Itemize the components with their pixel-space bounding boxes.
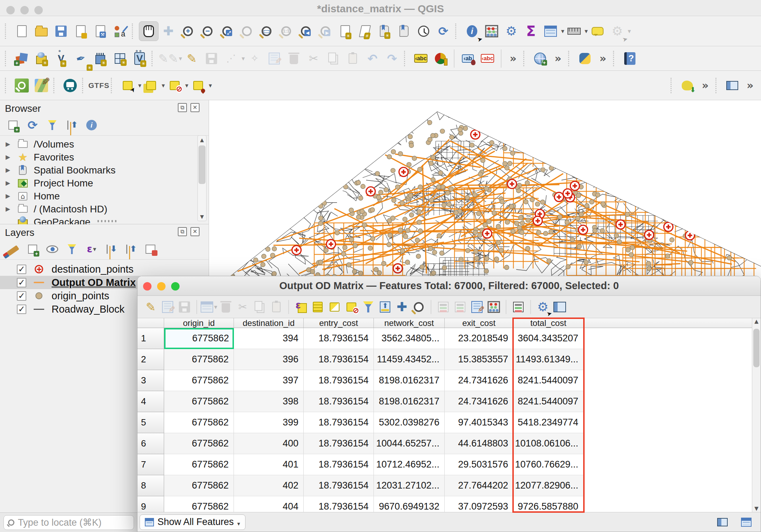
open-project-icon[interactable]: [32, 21, 51, 41]
measure-dropdown[interactable]: ▾: [585, 28, 588, 34]
layer-visibility-checkbox[interactable]: ✓: [17, 265, 26, 274]
cell-entry_cost[interactable]: 18.7936154: [304, 328, 374, 349]
quickosm-overflow-chevron[interactable]: »: [697, 77, 713, 94]
disclosure-arrow-icon[interactable]: ▶: [6, 141, 12, 147]
browser-item-volumes[interactable]: ▶/Volumes: [0, 138, 209, 151]
zoom-to-selection-icon[interactable]: [410, 299, 427, 315]
browser-item-macintosh-hd[interactable]: ▶/ (Macintosh HD): [0, 203, 209, 216]
quickosm-map-edit-icon[interactable]: [32, 76, 51, 95]
transit-tools-icon[interactable]: [60, 76, 80, 95]
layer-visibility-checkbox[interactable]: ✓: [17, 305, 26, 314]
panels-overflow-chevron[interactable]: »: [742, 77, 758, 94]
column-header-network_cost[interactable]: network_cost: [374, 318, 445, 328]
pin-labels-icon[interactable]: ‹ab: [458, 49, 478, 68]
cell-total_cost[interactable]: 9726.5857880: [513, 496, 584, 512]
manage-visibility-icon[interactable]: [46, 243, 59, 256]
layer-item-destination-points[interactable]: ✓destination_points: [0, 262, 209, 276]
new-print-layout-icon[interactable]: [71, 21, 90, 41]
cell-total_cost[interactable]: 10760.76629...: [513, 454, 584, 475]
quickosm-download-icon[interactable]: [678, 76, 697, 95]
cell-origin_id[interactable]: 6775862: [164, 328, 234, 349]
multiedit-icon[interactable]: [159, 299, 176, 315]
attribute-table-scrollbar[interactable]: ▲ ▼: [752, 318, 761, 512]
column-header-origin_id[interactable]: origin_id: [164, 318, 234, 328]
toolbar-handle[interactable]: [132, 23, 135, 39]
digitize-dropdown[interactable]: ▾: [242, 55, 245, 62]
cell-total_cost[interactable]: 3604.3435207: [513, 328, 584, 349]
remove-layer-icon[interactable]: [144, 243, 157, 256]
cell-destination_id[interactable]: 404: [234, 496, 304, 512]
attribute-table-dropdown[interactable]: ▾: [561, 28, 564, 34]
zoom-native-icon[interactable]: 1:1: [276, 21, 296, 41]
cell-network_cost[interactable]: 8198.0162317: [374, 391, 445, 412]
toolbar-handle[interactable]: [151, 51, 155, 66]
deselect-features-icon[interactable]: [165, 76, 184, 95]
toolbar-handle[interactable]: [82, 78, 86, 93]
cell-total_cost[interactable]: 12077.82906...: [513, 475, 584, 496]
layers-float-icon[interactable]: ⧉: [178, 227, 187, 236]
scroll-up-icon[interactable]: ▲: [198, 136, 206, 144]
attribute-window-titlebar[interactable]: Output OD Matrix — Features Total: 67000…: [137, 276, 761, 296]
browser-item-home[interactable]: ▶⌂Home: [0, 190, 209, 203]
conditional-formatting-icon[interactable]: [485, 299, 502, 315]
cell-origin_id[interactable]: 6775862: [164, 370, 234, 391]
labeling-icon[interactable]: ‹abc: [411, 49, 431, 68]
multiedit-view-icon[interactable]: [510, 299, 527, 315]
add-web-service-icon[interactable]: +: [530, 49, 550, 68]
identify-features-icon[interactable]: i➤: [462, 21, 482, 41]
new-shapefile-icon[interactable]: V✳: [51, 49, 71, 68]
cell-network_cost[interactable]: 12031.27102...: [374, 475, 445, 496]
collapse-all-icon[interactable]: [65, 118, 79, 132]
cell-network_cost[interactable]: 8198.0162317: [374, 370, 445, 391]
scroll-thumb[interactable]: [753, 329, 760, 367]
add-layer-icon[interactable]: [6, 118, 20, 132]
cell-network_cost[interactable]: 10044.65257...: [374, 433, 445, 454]
panel-splitter-handle[interactable]: [97, 220, 119, 222]
toolbar-handle[interactable]: [5, 51, 8, 66]
data-source-manager-icon[interactable]: +: [12, 49, 32, 68]
cell-destination_id[interactable]: 398: [234, 391, 304, 412]
new-virtual-layer-icon[interactable]: ✳: [110, 49, 130, 68]
new-spatial-bookmark-icon[interactable]: ✳: [375, 21, 394, 41]
select-by-form-dropdown[interactable]: ▾: [162, 82, 165, 89]
cell-origin_id[interactable]: 6775862: [164, 433, 234, 454]
cell-entry_cost[interactable]: 18.7936154: [304, 496, 374, 512]
panels-icon[interactable]: [722, 76, 742, 95]
layers-close-icon[interactable]: ✕: [190, 227, 200, 236]
row-number-cell[interactable]: 3: [137, 370, 164, 391]
cell-network_cost[interactable]: 11459.43452...: [374, 349, 445, 370]
new-gpx-layer-icon[interactable]: ✒✳: [71, 49, 90, 68]
cell-destination_id[interactable]: 394: [234, 328, 304, 349]
show-all-features-button[interactable]: Show All Features ▾: [140, 514, 245, 530]
panel-layout-icon[interactable]: [738, 514, 754, 530]
current-edits-icon[interactable]: ✎✎: [159, 49, 178, 68]
add-group-icon[interactable]: [26, 243, 39, 256]
select-by-form-icon[interactable]: [141, 76, 161, 95]
browser-item-spatial-bookmarks[interactable]: ▶Spatial Bookmarks: [0, 164, 209, 177]
paste-icon[interactable]: [268, 299, 285, 315]
disclosure-arrow-icon[interactable]: ▶: [6, 193, 12, 199]
deselect-dropdown[interactable]: ▾: [185, 82, 188, 89]
cell-exit_cost[interactable]: 37.0972593: [445, 496, 513, 512]
cell-network_cost[interactable]: 9670.6949132: [374, 496, 445, 512]
processing-toolbox-icon[interactable]: ⚙: [501, 21, 521, 41]
gtfs-plugin-icon[interactable]: GTFS: [89, 76, 109, 95]
toolbar-handle[interactable]: [5, 78, 8, 93]
new-map-view-icon[interactable]: ✳: [335, 21, 355, 41]
row-number-cell[interactable]: 2: [137, 349, 164, 370]
cell-destination_id[interactable]: 400: [234, 433, 304, 454]
cell-entry_cost[interactable]: 18.7936154: [304, 433, 374, 454]
row-number-cell[interactable]: 6: [137, 433, 164, 454]
cell-destination_id[interactable]: 396: [234, 349, 304, 370]
row-number-cell[interactable]: 7: [137, 454, 164, 475]
measure-icon[interactable]: [564, 21, 584, 41]
cell-total_cost[interactable]: 8241.5440097: [513, 391, 584, 412]
cell-network_cost[interactable]: 10712.46952...: [374, 454, 445, 475]
toolbar-handle[interactable]: [568, 51, 572, 66]
browser-item-project-home[interactable]: ▶Project Home: [0, 177, 209, 190]
dock-attribute-table-icon[interactable]: [714, 514, 730, 530]
cell-exit_cost[interactable]: 23.2018549: [445, 328, 513, 349]
map-tips-icon[interactable]: [588, 21, 607, 41]
vertex-tool-icon[interactable]: ✧: [245, 49, 264, 68]
show-layout-manager-icon[interactable]: ⚒: [90, 21, 110, 41]
